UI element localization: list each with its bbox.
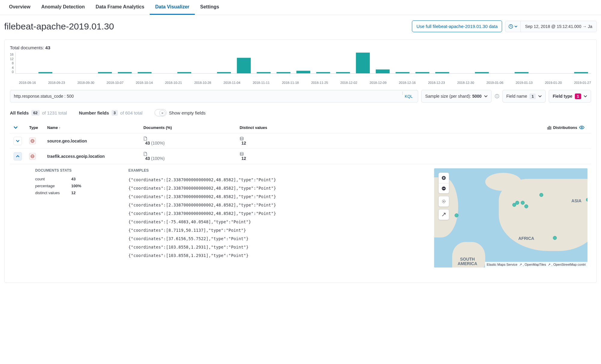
page-header: filebeat-apache-2019.01.30 Use full file… [0,15,601,36]
example-value: {"coordinates":[2.3387000000000002,48.85… [128,184,416,192]
show-empty-fields-toggle[interactable] [155,109,167,116]
info-icon[interactable] [495,94,499,99]
field-name: traefik.access.geoip.location [47,154,105,159]
fields-table: Type Name ↑ Documents (%) Distinct value… [10,122,591,275]
geo-point-icon [29,153,36,160]
expand-row-button[interactable] [14,137,22,145]
svg-rect-7 [237,58,251,73]
document-icon [143,152,232,156]
chevron-up-icon [16,154,20,158]
time-refresh-toggle[interactable] [505,21,521,32]
map-point [521,201,525,205]
tab-overview[interactable]: Overview [4,0,36,15]
map-point [553,236,557,240]
svg-rect-1 [38,72,52,73]
svg-rect-3 [118,72,132,73]
number-fields-total: of 604 total [120,110,143,115]
main-panel: Total documents: 43 1612840 2018-09-1620… [4,39,597,283]
chevron-down-icon [16,139,20,143]
examples-list: EXAMPLES{"coordinates":[2.33870000000000… [128,168,416,260]
kql-toggle[interactable]: KQL [403,94,414,99]
query-bar[interactable]: ¦ KQL [10,90,418,102]
histogram-chart: 1612840 2018-09-162018-09-232018-09-3020… [10,53,591,84]
all-fields-count: 62 [31,110,40,116]
time-range-picker[interactable]: Sep 12, 2018 @ 15:12:41.000 → Ja [505,21,597,32]
use-full-data-button[interactable]: Use full filebeat-apache-2019.01.30 data [412,20,502,32]
chevron-down-icon [484,94,488,98]
tab-anomaly-detection[interactable]: Anomaly Detection [36,0,90,15]
map-preview[interactable]: ASIAAFRICASOUTHAMERICAElastic Maps Servi… [434,168,587,268]
number-fields-count: 3 [112,110,118,116]
sample-size-label: Sample size (per shard): [425,94,471,99]
svg-point-31 [240,137,243,138]
svg-rect-18 [475,72,489,73]
svg-rect-17 [435,72,449,73]
sort-ascending-icon: ↑ [59,126,61,130]
sample-size-select[interactable]: Sample size (per shard): 5000 [421,90,492,102]
map-label-africa: AFRICA [518,236,534,241]
document-icon [143,136,232,141]
map-attribution: Elastic Maps Service ↗, OpenMapTiles ↗, … [485,262,587,268]
total-docs-label: Total documents: [10,45,44,50]
number-fields-label: Number fields [79,110,109,115]
field-name-count: 1 [529,93,536,99]
examples-title: EXAMPLES [128,168,416,173]
field-type-filter[interactable]: Field type 1 [549,90,591,102]
example-value: {"coordinates":[103.8558,1.2931],"type":… [128,243,416,251]
map-label-south-america: SOUTHAMERICA [458,257,477,266]
table-row: traefik.access.geoip.location43 (100%)12 [10,149,591,164]
svg-rect-15 [396,72,409,73]
svg-rect-16 [415,72,429,73]
show-empty-fields-label: Show empty fields [169,110,206,115]
example-value: {"coordinates":[103.8558,1.2931],"type":… [128,251,416,260]
svg-rect-26 [550,127,551,129]
chart-bar-icon [547,125,551,130]
tab-settings[interactable]: Settings [195,0,225,15]
col-name[interactable]: Name ↑ [44,122,140,133]
eye-icon[interactable] [579,125,584,130]
svg-rect-23 [497,96,497,97]
time-range-display[interactable]: Sep 12, 2018 @ 15:12:41.000 → Ja [521,21,596,32]
external-link-icon: ↗ [519,263,522,266]
svg-rect-11 [316,72,330,73]
col-distinct[interactable]: Distinct values [236,122,386,133]
stat-label: distinct values [35,191,71,195]
col-type[interactable]: Type [26,122,44,133]
zoom-out-button[interactable] [439,183,449,193]
tab-data-frame-analytics[interactable]: Data Frame Analytics [90,0,150,15]
fullscreen-button[interactable] [439,210,449,220]
chart-x-axis: 2018-09-162018-09-232018-09-302018-10-07… [10,79,591,84]
zoom-in-button[interactable] [439,173,449,183]
col-documents[interactable]: Documents (%) [140,122,236,133]
stat-value: 100% [71,184,81,188]
svg-rect-4 [138,72,152,73]
stat-label: count [35,177,71,181]
fit-bounds-button[interactable] [439,196,449,206]
database-icon [240,152,382,156]
tab-data-visualizer[interactable]: Data Visualizer [150,0,195,15]
svg-rect-2 [98,72,112,73]
controls-row: ¦ KQL Sample size (per shard): 5000 Fiel… [10,90,591,102]
stats-title: DOCUMENTS STATS [35,168,110,173]
map-label-asia: ASIA [572,198,581,203]
all-fields-total: of 1231 total [42,110,67,115]
stat-label: percentage [35,184,71,188]
chart-y-axis: 1612840 [10,53,15,74]
svg-rect-8 [257,72,271,73]
expand-row-button[interactable] [14,152,22,161]
svg-rect-13 [356,53,370,73]
table-row: source.geo.location43 (100%)12 [10,133,591,149]
col-distributions[interactable]: Distributions [386,122,591,133]
example-value: {"coordinates":[2.3387000000000002,48.85… [128,201,416,209]
total-docs-value: 43 [45,45,51,50]
svg-rect-6 [217,72,231,73]
time-range-text: Sep 12, 2018 @ 15:12:41.000 → Ja [525,24,592,29]
expanded-row: DOCUMENTS STATScount43percentage100%dist… [10,164,591,276]
chevron-down-icon[interactable] [14,125,18,130]
clock-icon [508,24,513,29]
query-input[interactable] [14,94,402,99]
svg-rect-9 [277,72,290,73]
svg-rect-10 [296,71,310,73]
field-name-filter[interactable]: Field name 1 [502,90,546,102]
map-point [539,193,543,197]
